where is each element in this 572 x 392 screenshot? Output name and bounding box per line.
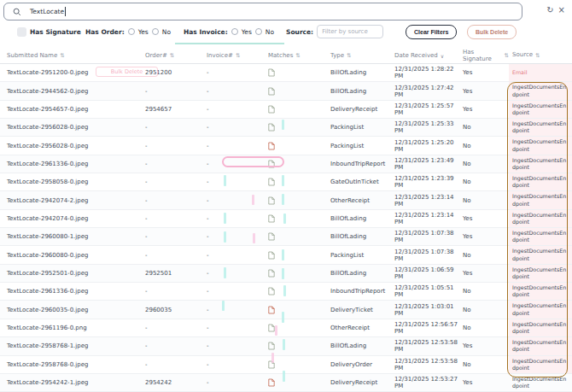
document-icon[interactable]	[268, 306, 275, 314]
has-invoice-no-radio[interactable]	[255, 28, 262, 35]
document-icon[interactable]	[268, 160, 275, 168]
cell-submitted-name: TextLocate-2944562-0.jpeg	[0, 82, 142, 99]
cell-invoice: -	[203, 356, 261, 373]
document-icon[interactable]	[268, 251, 275, 260]
document-icon[interactable]	[268, 68, 275, 77]
has-order-no-radio[interactable]	[152, 28, 159, 35]
has-invoice-yes-radio[interactable]	[231, 28, 238, 35]
cell-has-signature: Yes	[459, 210, 509, 227]
cell-source: IngestDocumentsEndpoint	[509, 137, 572, 154]
table-row[interactable]: TextLocate-2958768-0.jpeg - - DeliveryOr…	[0, 356, 572, 374]
column-header-matches[interactable]: Matches⇅	[261, 52, 327, 59]
cell-invoice: -	[203, 82, 261, 99]
table-row[interactable]: TextLocate-2960080-0.jpeg - - PackingLis…	[0, 246, 572, 264]
cell-source: IngestDocumentsEndpoint	[509, 82, 572, 99]
cell-invoice: -	[203, 101, 261, 118]
document-icon[interactable]	[268, 360, 275, 369]
document-icon[interactable]	[268, 196, 275, 205]
cell-invoice: -	[203, 155, 261, 173]
cell-invoice: -	[203, 119, 261, 136]
close-icon[interactable]: ×	[558, 6, 565, 15]
table-row[interactable]: TextLocate-2956028-0.jpeg - - PackingLis…	[0, 119, 572, 137]
table-row[interactable]: TextLocate-2961336-0.jpeg - - InboundTri…	[0, 283, 572, 301]
cell-date-received: 12/31/2025 12:53:58 PM	[391, 356, 459, 373]
has-order-label: Has Order:	[85, 28, 125, 36]
table-row[interactable]: TextLocate-2942074-0.jpeg - - BillOfLadi…	[0, 210, 572, 228]
column-header-invoice[interactable]: Invoice#⇅	[203, 52, 261, 59]
cell-submitted-name: TextLocate-2956028-0.jpeg	[0, 137, 142, 154]
bulk-delete-button[interactable]: Bulk Delete	[467, 25, 517, 39]
document-icon[interactable]	[268, 123, 275, 132]
cell-order: 2960035	[142, 301, 203, 318]
table-row[interactable]: TextLocate-2942074-2.jpeg - - OtherRecei…	[0, 191, 572, 209]
table-row[interactable]: TextLocate-2960035-0.jpeg 2960035 - Deli…	[0, 301, 572, 319]
has-invoice-label: Has Invoice:	[184, 28, 228, 36]
column-header-source[interactable]: Source⇅	[509, 50, 572, 61]
column-header-order[interactable]: Order#⇅	[142, 52, 203, 59]
cell-matches	[261, 101, 327, 118]
table-row[interactable]: TextLocate-2960080-1.jpeg - - BillOfLadi…	[0, 228, 572, 246]
cell-has-signature: No	[459, 173, 509, 190]
clear-filters-button[interactable]: Clear Filters	[406, 25, 457, 39]
cell-type: BillOfLading	[327, 228, 391, 245]
column-header-submitted-name[interactable]: Submitted Name⇅	[0, 52, 142, 59]
cell-order: 2951200	[142, 64, 203, 81]
refresh-icon[interactable]: ↻	[546, 6, 553, 15]
has-signature-checkbox[interactable]	[17, 27, 26, 37]
table-row[interactable]: TextLocate-2952501-0.jpeg 2952501 - Bill…	[0, 265, 572, 283]
document-icon[interactable]	[268, 87, 275, 96]
table-row[interactable]: TextLocate-2954657-0.jpeg 2954657 - Deli…	[0, 101, 572, 119]
document-icon[interactable]	[268, 342, 275, 350]
column-header-has-signature[interactable]: Has Signature⇅	[459, 49, 509, 62]
cell-order: -	[142, 337, 203, 354]
document-icon[interactable]	[268, 178, 275, 186]
document-icon[interactable]	[268, 324, 275, 332]
cell-submitted-name: TextLocate-2958058-0.jpeg	[0, 173, 142, 190]
table-row[interactable]: TextLocate-2954242-1.jpeg 2954242 - Deli…	[0, 374, 572, 392]
cell-has-signature: Yes	[459, 101, 509, 118]
source-filter-input[interactable]	[317, 25, 383, 38]
cell-submitted-name: TextLocate-2954242-1.jpeg	[0, 374, 142, 391]
document-icon[interactable]	[268, 378, 275, 387]
cell-submitted-name: TextLocate-2956028-0.jpeg	[0, 119, 142, 136]
sort-icon: ⇅	[295, 52, 300, 59]
cell-date-received: 12/31/2025 1:23:39 PM	[391, 173, 459, 190]
cell-date-received: 12/31/2025 1:28:22 PM	[391, 64, 459, 81]
table-row[interactable]: TextLocate-2961196-0.png - - OtherReceip…	[0, 319, 572, 337]
document-icon[interactable]	[268, 142, 275, 150]
table-row[interactable]: TextLocate-2961336-0.jpeg - - InboundTri…	[0, 155, 572, 173]
cell-type: PackingList	[327, 137, 391, 154]
search-input[interactable]: TextLocate	[3, 3, 522, 20]
cell-order: -	[142, 210, 203, 227]
table-row[interactable]: TextLocate-2944562-0.jpeg - - BillOfLadi…	[0, 82, 572, 100]
document-icon[interactable]	[268, 232, 275, 241]
cell-invoice: -	[203, 228, 261, 245]
cell-source: IngestDocumentsEndpoint	[509, 210, 572, 227]
cell-has-signature: No	[459, 319, 509, 336]
cell-order: -	[142, 356, 203, 373]
cell-source: IngestDocumentsEndpoint	[509, 155, 572, 173]
document-icon[interactable]	[268, 214, 275, 223]
cell-order: -	[142, 228, 203, 245]
cell-matches	[261, 337, 327, 354]
cell-type: BillOfLading	[327, 265, 391, 282]
cell-source: IngestDocumentsEndpoint	[509, 228, 572, 245]
document-icon[interactable]	[268, 269, 275, 278]
cell-matches	[261, 374, 327, 391]
document-icon[interactable]	[268, 105, 275, 114]
sort-icon: ⇅	[236, 52, 240, 59]
table-row[interactable]: TextLocate-2951200-0.jpeg 2951200 - Bill…	[0, 64, 572, 82]
table-row[interactable]: TextLocate-2958768-1.jpeg - - BillOfLadi…	[0, 337, 572, 355]
column-header-type[interactable]: Type⇅	[327, 52, 391, 59]
cell-invoice: -	[203, 210, 261, 227]
cell-source: IngestDocumentsEndpoint	[509, 283, 572, 300]
table-header: Submitted Name⇅ Order#⇅ Invoice#⇅ Matche…	[0, 48, 572, 64]
column-header-date-received[interactable]: Date Received∨	[391, 52, 459, 59]
table-row[interactable]: TextLocate-2958058-0.jpeg - - GateOutInT…	[0, 173, 572, 191]
cell-source: IngestDocumentsEndpoint	[509, 101, 572, 118]
sort-icon: ⇅	[535, 52, 540, 59]
document-icon[interactable]	[268, 287, 275, 295]
table-row[interactable]: TextLocate-2956028-0.jpeg - - PackingLis…	[0, 137, 572, 155]
cell-type: DeliveryReceipt	[327, 374, 391, 391]
has-order-yes-radio[interactable]	[128, 28, 135, 35]
